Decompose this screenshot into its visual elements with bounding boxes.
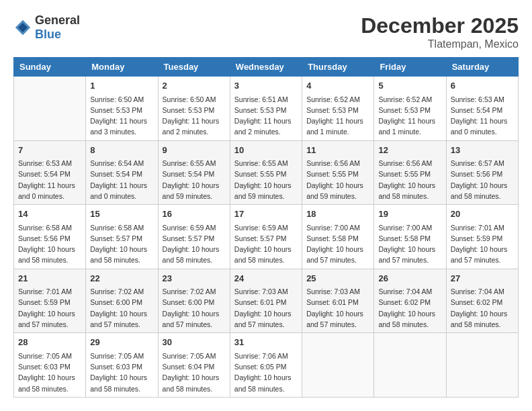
- day-number: 6: [451, 79, 514, 93]
- day-number: 17: [234, 208, 298, 221]
- day-number: 9: [163, 144, 226, 157]
- day-number: 23: [163, 272, 226, 285]
- weekday-header-saturday: Saturday: [446, 58, 518, 77]
- calendar-row: 7Sunrise: 6:53 AMSunset: 5:54 PMDaylight…: [14, 140, 519, 205]
- day-number: 29: [90, 336, 153, 349]
- calendar-cell: 8Sunrise: 6:54 AMSunset: 5:54 PMDaylight…: [86, 140, 158, 205]
- day-info: Sunrise: 6:59 AMSunset: 5:57 PMDaylight:…: [234, 222, 298, 266]
- calendar-cell: 1Sunrise: 6:50 AMSunset: 5:53 PMDaylight…: [86, 77, 158, 141]
- day-info: Sunrise: 6:55 AMSunset: 5:54 PMDaylight:…: [163, 158, 226, 201]
- calendar-cell: 6Sunrise: 6:53 AMSunset: 5:54 PMDaylight…: [446, 77, 518, 141]
- calendar-cell: 22Sunrise: 7:02 AMSunset: 6:00 PMDayligh…: [86, 269, 158, 333]
- calendar-row: 21Sunrise: 7:01 AMSunset: 5:59 PMDayligh…: [14, 269, 519, 333]
- day-info: Sunrise: 7:05 AMSunset: 6:03 PMDaylight:…: [18, 351, 81, 394]
- weekday-header-wednesday: Wednesday: [230, 58, 302, 77]
- calendar-body: 1Sunrise: 6:50 AMSunset: 5:53 PMDaylight…: [14, 77, 519, 398]
- day-info: Sunrise: 6:53 AMSunset: 5:54 PMDaylight:…: [18, 158, 81, 201]
- day-info: Sunrise: 7:02 AMSunset: 6:00 PMDaylight:…: [90, 286, 153, 330]
- calendar-cell: 2Sunrise: 6:50 AMSunset: 5:53 PMDaylight…: [158, 77, 230, 141]
- day-info: Sunrise: 6:52 AMSunset: 5:53 PMDaylight:…: [306, 94, 369, 138]
- calendar-cell: [374, 333, 446, 398]
- day-info: Sunrise: 6:56 AMSunset: 5:55 PMDaylight:…: [306, 158, 369, 201]
- day-info: Sunrise: 7:03 AMSunset: 6:01 PMDaylight:…: [234, 286, 298, 330]
- calendar-row: 14Sunrise: 6:58 AMSunset: 5:56 PMDayligh…: [14, 205, 519, 269]
- day-info: Sunrise: 7:05 AMSunset: 6:04 PMDaylight:…: [163, 351, 226, 394]
- calendar-cell: 19Sunrise: 7:00 AMSunset: 5:58 PMDayligh…: [374, 205, 446, 269]
- day-number: 2: [163, 79, 226, 93]
- day-info: Sunrise: 6:55 AMSunset: 5:55 PMDaylight:…: [234, 158, 298, 201]
- weekday-header-friday: Friday: [374, 58, 446, 77]
- calendar-cell: 23Sunrise: 7:02 AMSunset: 6:00 PMDayligh…: [158, 269, 230, 333]
- day-number: 1: [90, 79, 153, 93]
- day-number: 13: [451, 144, 514, 157]
- calendar-cell: 9Sunrise: 6:55 AMSunset: 5:54 PMDaylight…: [158, 140, 230, 205]
- day-number: 30: [163, 336, 226, 349]
- calendar-cell: 21Sunrise: 7:01 AMSunset: 5:59 PMDayligh…: [14, 269, 86, 333]
- page-header: General Blue December 2025 Tlatempan, Me…: [13, 13, 519, 50]
- calendar-cell: 11Sunrise: 6:56 AMSunset: 5:55 PMDayligh…: [302, 140, 374, 205]
- calendar-cell: 18Sunrise: 7:00 AMSunset: 5:58 PMDayligh…: [302, 205, 374, 269]
- day-number: 20: [451, 208, 514, 221]
- calendar-cell: [302, 333, 374, 398]
- day-number: 27: [451, 272, 514, 285]
- calendar-row: 1Sunrise: 6:50 AMSunset: 5:53 PMDaylight…: [14, 77, 519, 141]
- day-info: Sunrise: 6:54 AMSunset: 5:54 PMDaylight:…: [90, 158, 153, 201]
- day-number: 12: [378, 144, 441, 157]
- calendar-cell: 15Sunrise: 6:58 AMSunset: 5:57 PMDayligh…: [86, 205, 158, 269]
- day-number: 14: [18, 208, 81, 221]
- day-number: 4: [306, 79, 369, 93]
- day-info: Sunrise: 6:57 AMSunset: 5:56 PMDaylight:…: [451, 158, 514, 201]
- calendar-cell: 20Sunrise: 7:01 AMSunset: 5:59 PMDayligh…: [446, 205, 518, 269]
- day-info: Sunrise: 6:59 AMSunset: 5:57 PMDaylight:…: [163, 222, 226, 266]
- day-info: Sunrise: 7:00 AMSunset: 5:58 PMDaylight:…: [306, 222, 369, 266]
- weekday-row: SundayMondayTuesdayWednesdayThursdayFrid…: [14, 58, 519, 77]
- day-number: 18: [306, 208, 369, 221]
- day-info: Sunrise: 7:02 AMSunset: 6:00 PMDaylight:…: [163, 286, 226, 330]
- calendar-cell: 24Sunrise: 7:03 AMSunset: 6:01 PMDayligh…: [230, 269, 302, 333]
- calendar-cell: 27Sunrise: 7:04 AMSunset: 6:02 PMDayligh…: [446, 269, 518, 333]
- month-title: December 2025: [361, 13, 519, 38]
- day-info: Sunrise: 6:56 AMSunset: 5:55 PMDaylight:…: [378, 158, 441, 201]
- logo-general: General: [35, 13, 80, 27]
- calendar-cell: 5Sunrise: 6:52 AMSunset: 5:53 PMDaylight…: [374, 77, 446, 141]
- day-number: 26: [378, 272, 441, 285]
- day-number: 10: [234, 144, 298, 157]
- calendar-cell: 13Sunrise: 6:57 AMSunset: 5:56 PMDayligh…: [446, 140, 518, 205]
- calendar-cell: 7Sunrise: 6:53 AMSunset: 5:54 PMDaylight…: [14, 140, 86, 205]
- day-number: 3: [234, 79, 298, 93]
- day-number: 15: [90, 208, 153, 221]
- day-number: 19: [378, 208, 441, 221]
- day-number: 21: [18, 272, 81, 285]
- day-number: 7: [18, 144, 81, 157]
- day-info: Sunrise: 6:51 AMSunset: 5:53 PMDaylight:…: [234, 94, 298, 138]
- calendar-cell: 10Sunrise: 6:55 AMSunset: 5:55 PMDayligh…: [230, 140, 302, 205]
- calendar-cell: 16Sunrise: 6:59 AMSunset: 5:57 PMDayligh…: [158, 205, 230, 269]
- weekday-header-thursday: Thursday: [302, 58, 374, 77]
- calendar-cell: 3Sunrise: 6:51 AMSunset: 5:53 PMDaylight…: [230, 77, 302, 141]
- day-number: 5: [378, 79, 441, 93]
- day-number: 25: [306, 272, 369, 285]
- day-number: 24: [234, 272, 298, 285]
- calendar-header: SundayMondayTuesdayWednesdayThursdayFrid…: [14, 58, 519, 77]
- calendar-cell: [14, 77, 86, 141]
- day-info: Sunrise: 6:52 AMSunset: 5:53 PMDaylight:…: [378, 94, 441, 138]
- title-block: December 2025 Tlatempan, Mexico: [361, 13, 519, 50]
- day-info: Sunrise: 6:50 AMSunset: 5:53 PMDaylight:…: [163, 94, 226, 138]
- day-number: 31: [234, 336, 298, 349]
- day-info: Sunrise: 7:01 AMSunset: 5:59 PMDaylight:…: [18, 286, 81, 330]
- calendar-cell: [446, 333, 518, 398]
- day-number: 11: [306, 144, 369, 157]
- weekday-header-tuesday: Tuesday: [158, 58, 230, 77]
- calendar-cell: 4Sunrise: 6:52 AMSunset: 5:53 PMDaylight…: [302, 77, 374, 141]
- logo-blue: Blue: [35, 28, 61, 41]
- day-info: Sunrise: 7:06 AMSunset: 6:05 PMDaylight:…: [234, 351, 298, 394]
- logo-text: General Blue: [35, 13, 80, 42]
- day-number: 16: [163, 208, 226, 221]
- calendar-cell: 31Sunrise: 7:06 AMSunset: 6:05 PMDayligh…: [230, 333, 302, 398]
- day-number: 28: [18, 336, 81, 349]
- calendar-cell: 25Sunrise: 7:03 AMSunset: 6:01 PMDayligh…: [302, 269, 374, 333]
- calendar-table: SundayMondayTuesdayWednesdayThursdayFrid…: [13, 57, 519, 398]
- day-info: Sunrise: 7:05 AMSunset: 6:03 PMDaylight:…: [90, 351, 153, 394]
- day-info: Sunrise: 7:04 AMSunset: 6:02 PMDaylight:…: [451, 286, 514, 330]
- weekday-header-monday: Monday: [86, 58, 158, 77]
